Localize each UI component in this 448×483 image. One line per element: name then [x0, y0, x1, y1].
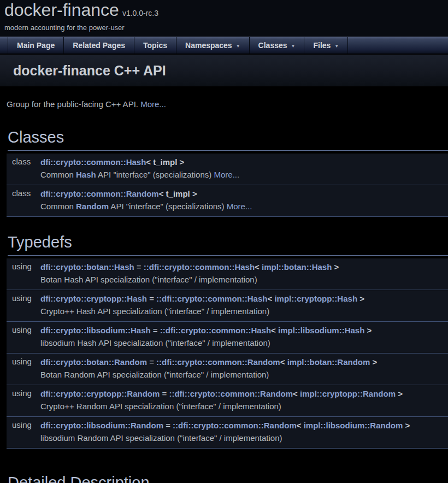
site-header: docker-financev1.0.0-rc.3 modern account…	[0, 0, 448, 37]
class-name-link[interactable]: dfi::crypto::common::Random	[40, 189, 159, 198]
class-description: Common Hash API "interface" (specializat…	[40, 169, 444, 181]
typedef-close-bracket: >	[370, 357, 377, 367]
typedef-target-link[interactable]: ::dfi::crypto::common::Hash	[144, 262, 255, 272]
class-description: Common Random API "interface" (specializ…	[40, 201, 444, 213]
typedef-equals: =	[163, 421, 173, 430]
typedef-equals: =	[151, 326, 160, 335]
typedef-alias-link[interactable]: dfi::crypto::cryptopp::Random	[40, 389, 160, 398]
tab-files-label: Files	[313, 41, 331, 50]
class-definition: dfi::crypto::common::Random< t_impl >	[40, 188, 444, 200]
typedef-target-link[interactable]: ::dfi::crypto::common::Random	[173, 421, 297, 430]
typedef-description: Botan Random API specialization ("interf…	[40, 369, 444, 381]
group-intro: Group for the public-facing C++ API. Mor…	[7, 99, 448, 109]
typedef-equals: =	[134, 262, 144, 272]
class-more-link[interactable]: More...	[227, 202, 252, 211]
typedef-open-bracket: <	[280, 357, 287, 367]
typedefs-heading: Typedefs	[8, 233, 448, 256]
typedef-target-link[interactable]: ::dfi::crypto::common::Random	[156, 357, 280, 367]
class-keyword: class	[7, 185, 40, 217]
tab-files[interactable]: Files▼	[304, 37, 348, 54]
class-name-link[interactable]: dfi::crypto::common::Hash	[40, 157, 146, 167]
typedef-open-bracket: <	[297, 421, 304, 430]
page-title: docker-finance C++ API	[13, 63, 166, 79]
typedef-target-link[interactable]: ::dfi::crypto::common::Hash	[156, 294, 267, 303]
class-more-link[interactable]: More...	[214, 170, 239, 179]
class-desc-link[interactable]: Hash	[76, 170, 96, 179]
typedef-keyword: using	[7, 258, 40, 290]
detailed-description-heading: Detailed Description	[8, 474, 448, 483]
typedef-close-bracket: >	[396, 389, 403, 398]
typedef-alias-link[interactable]: dfi::crypto::libsodium::Random	[40, 421, 163, 430]
class-desc-suffix: API "interface" (specializations)	[96, 170, 214, 179]
project-version: v1.0.0-rc.3	[122, 9, 158, 17]
typedef-description: libsodium Random API specialization ("in…	[40, 432, 444, 444]
typedef-alias-link[interactable]: dfi::crypto::botan::Random	[40, 357, 147, 367]
typedef-keyword: using	[7, 290, 40, 322]
typedef-impl-link[interactable]: impl::libsodium::Hash	[278, 326, 364, 335]
tab-topics-label: Topics	[143, 41, 167, 50]
typedef-keyword: using	[7, 385, 40, 417]
project-name: docker-financev1.0.0-rc.3	[4, 0, 448, 23]
typedef-open-bracket: <	[267, 294, 274, 303]
typedef-equals: =	[147, 357, 156, 367]
typedef-description: libsodium Hash API specialization ("inte…	[40, 337, 444, 349]
tab-classes[interactable]: Classes▼	[250, 37, 305, 54]
typedef-keyword: using	[7, 417, 40, 449]
typedef-close-bracket: >	[403, 421, 410, 430]
tab-namespaces[interactable]: Namespaces▼	[176, 37, 250, 54]
typedef-impl-link[interactable]: impl::cryptopp::Hash	[274, 294, 357, 303]
chevron-down-icon: ▼	[236, 44, 240, 49]
typedefs-table: using dfi::crypto::botan::Hash = ::dfi::…	[7, 258, 448, 449]
typedef-definition: dfi::crypto::botan::Random = ::dfi::cryp…	[40, 356, 444, 368]
tab-namespaces-label: Namespaces	[185, 41, 232, 50]
typedef-equals: =	[147, 294, 156, 303]
typedef-impl-link[interactable]: impl::botan::Random	[287, 357, 370, 367]
typedef-impl-link[interactable]: impl::botan::Hash	[262, 262, 332, 272]
project-brief: modern accounting for the power-user	[4, 23, 448, 32]
tab-classes-label: Classes	[258, 41, 287, 50]
typedef-description: Crypto++ Hash API specialization ("inter…	[40, 305, 444, 317]
typedef-target-link[interactable]: ::dfi::crypto::common::Hash	[160, 326, 271, 335]
group-intro-text: Group for the public-facing C++ API.	[7, 99, 140, 109]
class-keyword: class	[7, 154, 40, 185]
typedef-row: using dfi::crypto::libsodium::Random = :…	[7, 417, 448, 449]
tab-related-pages-label: Related Pages	[73, 41, 125, 50]
typedef-row: using dfi::crypto::libsodium::Hash = ::d…	[7, 322, 448, 354]
typedef-equals: =	[160, 389, 169, 398]
class-definition: dfi::crypto::common::Hash< t_impl >	[40, 156, 444, 168]
class-row: class dfi::crypto::common::Hash< t_impl …	[7, 154, 448, 185]
typedef-target-link[interactable]: ::dfi::crypto::common::Random	[169, 389, 293, 398]
typedef-keyword: using	[7, 354, 40, 385]
chevron-down-icon: ▼	[291, 44, 296, 49]
intro-more-link[interactable]: More...	[140, 99, 166, 109]
classes-heading: Classes	[8, 128, 448, 151]
typedef-row: using dfi::crypto::botan::Hash = ::dfi::…	[7, 258, 448, 290]
class-template-args: < t_impl >	[159, 189, 197, 198]
typedef-close-bracket: >	[364, 326, 372, 335]
tab-main-page-label: Main Page	[17, 41, 55, 50]
class-desc-link[interactable]: Random	[76, 202, 109, 211]
tab-topics[interactable]: Topics	[134, 37, 176, 54]
classes-table: class dfi::crypto::common::Hash< t_impl …	[7, 154, 448, 217]
typedef-close-bracket: >	[332, 262, 339, 272]
chevron-down-icon: ▼	[334, 44, 339, 49]
class-template-args: < t_impl >	[146, 157, 184, 167]
typedef-row: using dfi::crypto::cryptopp::Random = ::…	[7, 385, 448, 417]
typedef-open-bracket: <	[271, 326, 278, 335]
typedef-row: using dfi::crypto::botan::Random = ::dfi…	[7, 354, 448, 385]
typedef-row: using dfi::crypto::cryptopp::Hash = ::df…	[7, 290, 448, 322]
typedef-definition: dfi::crypto::botan::Hash = ::dfi::crypto…	[40, 261, 444, 273]
tab-main-page[interactable]: Main Page	[8, 37, 64, 54]
typedef-alias-link[interactable]: dfi::crypto::cryptopp::Hash	[40, 294, 147, 303]
class-desc-prefix: Common	[40, 170, 76, 179]
typedef-impl-link[interactable]: impl::cryptopp::Random	[300, 389, 396, 398]
tab-related-pages[interactable]: Related Pages	[64, 37, 134, 54]
typedef-close-bracket: >	[357, 294, 364, 303]
typedef-alias-link[interactable]: dfi::crypto::libsodium::Hash	[40, 326, 151, 335]
typedef-alias-link[interactable]: dfi::crypto::botan::Hash	[40, 262, 134, 272]
typedef-impl-link[interactable]: impl::libsodium::Random	[304, 421, 403, 430]
class-desc-suffix: API "interface" (specializations)	[109, 202, 227, 211]
project-name-text: docker-finance	[4, 0, 119, 20]
page-contents: Group for the public-facing C++ API. Mor…	[0, 99, 448, 483]
typedef-description: Crypto++ Random API specialization ("int…	[40, 400, 444, 413]
